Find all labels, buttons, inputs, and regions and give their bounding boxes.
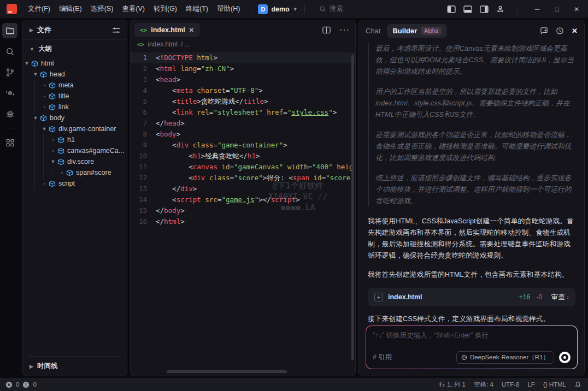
global-search[interactable]: 搜索 <box>319 4 343 14</box>
app-window: 文件(F)编辑(E)选择(S)查看(V)转到(G)终端(T)帮助(H) D de… <box>0 0 588 391</box>
menu-文件[interactable]: 文件(F) <box>23 2 55 16</box>
menu-选择[interactable]: 选择(S) <box>86 2 118 16</box>
outline-item-link[interactable]: link <box>23 102 127 112</box>
close-chat-icon[interactable]: ✕ <box>572 27 578 35</box>
symbol-cube-icon <box>57 137 64 144</box>
files-section-header[interactable]: ▶ 文件 <box>23 20 127 39</box>
tab-builder[interactable]: Builder Alpha <box>387 24 446 38</box>
menu-编辑[interactable]: 编辑(E) <box>55 2 86 16</box>
menu-终端[interactable]: 终端(T) <box>181 2 213 16</box>
status-item[interactable]: 行 1, 列 1 <box>439 381 466 389</box>
line-number: 7 <box>131 118 156 129</box>
outline-item-label: span#score <box>76 169 111 176</box>
symbol-cube-icon <box>49 104 56 111</box>
stop-generating-button[interactable] <box>559 352 571 363</box>
project-switcher[interactable]: D demo ▼ <box>258 4 297 14</box>
indent-guide <box>34 123 40 134</box>
bullet-dot <box>58 170 66 175</box>
symbol-cube-icon <box>40 115 47 122</box>
chevron-down-icon[interactable]: ▼ <box>32 115 39 121</box>
code-line-2: 2<html lang="zh-CN"> <box>131 63 355 74</box>
outline-item-script[interactable]: script <box>23 178 127 189</box>
outline-item-html[interactable]: ▼html <box>23 58 127 69</box>
source-control-icon[interactable] <box>2 64 17 80</box>
outline-item-span#score[interactable]: span#score <box>23 167 127 178</box>
tab-chat[interactable]: Chat <box>366 27 380 35</box>
model-selector[interactable]: DeepSeek-Reasoner（R1） <box>456 351 554 364</box>
search-label: 搜索 <box>330 4 343 14</box>
outline-item-canvas#gameCa...[interactable]: canvas#gameCa... <box>23 145 127 156</box>
outline-item-body[interactable]: ▼body <box>23 112 127 123</box>
filter-icon[interactable] <box>112 27 120 34</box>
chat-paragraph: 接下来创建CSS样式文件，定义游戏界面布局和视觉样式。 <box>368 313 575 322</box>
maximize-button[interactable]: □ <box>551 5 563 13</box>
code-line-12: 12 <div class="score">得分: <span id="scor… <box>131 173 355 183</box>
new-chat-icon[interactable] <box>540 27 548 35</box>
timeline-section-header[interactable]: ▶ 时间线 <box>28 357 121 376</box>
deepseek-logo-icon <box>461 354 467 360</box>
status-item[interactable]: UTF-8 <box>502 381 520 388</box>
chevron-down-icon: ▼ <box>30 46 34 52</box>
code-line-13: 13 </div> <box>131 183 355 194</box>
toggle-right-panel-icon[interactable] <box>480 5 489 13</box>
toggle-bottom-panel-icon[interactable] <box>463 5 472 13</box>
chevron-down-icon[interactable]: ▼ <box>23 61 31 66</box>
search-sidebar-icon[interactable] <box>2 44 17 59</box>
outline-item-div.game-container[interactable]: ▼div.game-container <box>23 123 127 134</box>
chevron-down-icon[interactable]: ▼ <box>49 159 57 164</box>
menu-转到[interactable]: 转到(G) <box>149 2 181 16</box>
more-actions-icon[interactable]: ··· <box>339 25 350 35</box>
tab-index-html[interactable]: <> index.html ✕ <box>134 23 200 37</box>
symbol-cube-icon <box>31 60 38 67</box>
extensions-icon[interactable] <box>2 135 17 150</box>
explorer-icon[interactable] <box>2 23 17 38</box>
review-button[interactable]: 审查 › <box>551 292 569 303</box>
outline-item-label: link <box>58 103 69 111</box>
indent-guide <box>34 102 40 112</box>
line-number: 16 <box>131 216 156 227</box>
chevron-down-icon[interactable]: ▼ <box>40 126 48 132</box>
file-card-index-html[interactable]: + index.html +16 -0 审查 › <box>368 288 575 306</box>
menu-查看[interactable]: 查看(V) <box>117 2 149 16</box>
error-count[interactable]: 0 <box>16 381 19 388</box>
debug-icon[interactable] <box>2 106 17 121</box>
toggle-left-panel-icon[interactable] <box>447 5 456 13</box>
outline-item-head[interactable]: ▼head <box>23 69 127 80</box>
notifications-bell-icon[interactable] <box>574 381 581 388</box>
tab-close-icon[interactable]: ✕ <box>189 27 194 34</box>
status-item[interactable]: {} HTML <box>543 381 566 388</box>
minimize-button[interactable]: ─ <box>531 5 543 13</box>
errors-icon <box>5 381 13 388</box>
status-item[interactable]: 空格: 4 <box>474 381 493 389</box>
line-number: 1 <box>131 52 156 63</box>
split-editor-icon[interactable] <box>322 26 331 34</box>
chevron-down-icon[interactable]: ▼ <box>32 72 39 77</box>
chat-input[interactable] <box>373 331 571 339</box>
indent-guide <box>34 167 40 178</box>
symbol-cube-icon <box>57 147 64 155</box>
code-editor[interactable]: 1<!DOCTYPE html>2<html lang="zh-CN">3<he… <box>131 51 355 376</box>
breadcrumb-file: index.html <box>148 40 178 48</box>
close-button[interactable]: ✕ <box>571 5 583 13</box>
warning-count[interactable]: 0 <box>33 381 36 388</box>
outline-section-header[interactable]: ▼ 大纲 <box>23 39 127 57</box>
status-item[interactable]: LF <box>527 381 534 388</box>
horizontal-scrollbar[interactable] <box>167 370 287 373</box>
outline-item-label: h1 <box>67 136 75 144</box>
reference-button[interactable]: # 引用 <box>373 353 392 362</box>
outline-item-div.score[interactable]: ▼div.score <box>23 156 127 167</box>
breadcrumb[interactable]: <> index.html / ... <box>131 39 355 51</box>
outline-item-label: canvas#gameCa... <box>67 147 124 155</box>
vertical-scrollbar[interactable] <box>351 55 354 360</box>
history-icon[interactable] <box>556 27 564 35</box>
outline-item-meta[interactable]: meta <box>23 80 127 91</box>
line-number: 13 <box>131 183 156 194</box>
indent-guide <box>34 178 40 189</box>
code-line-9: 9 <div class="game-container"> <box>131 140 355 151</box>
line-number: 11 <box>131 162 156 173</box>
references-icon[interactable] <box>2 85 17 100</box>
account-icon[interactable] <box>496 5 504 13</box>
outline-item-h1[interactable]: h1 <box>23 134 127 145</box>
outline-item-title[interactable]: title <box>23 91 127 102</box>
menu-帮助[interactable]: 帮助(H) <box>213 2 244 16</box>
